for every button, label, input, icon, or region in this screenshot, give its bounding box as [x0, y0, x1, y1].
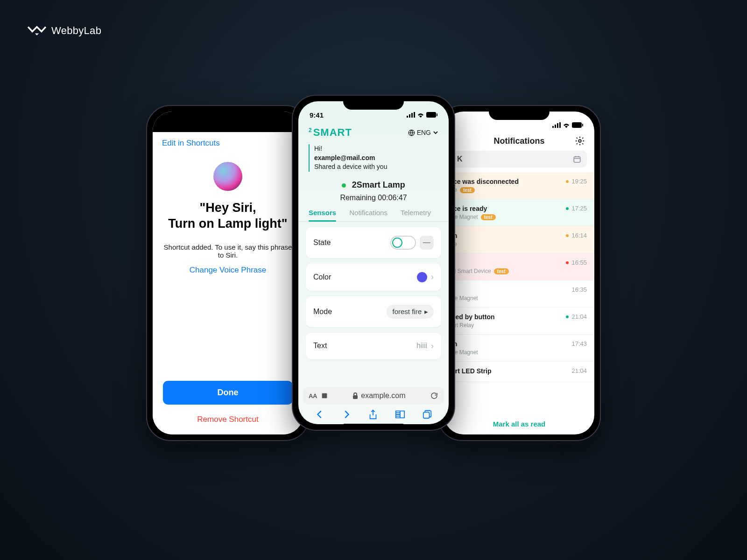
notch: [343, 96, 404, 110]
notification-subtitle: ge Magnet: [451, 295, 571, 301]
siri-subtitle: Shortcut added. To use it, say this phra…: [162, 243, 294, 259]
mark-all-read-button[interactable]: Mark all as read: [444, 413, 594, 434]
language-selector[interactable]: ENG: [408, 129, 438, 136]
app-brand: 2SMART: [309, 126, 352, 139]
card-text[interactable]: Text hiiii ›: [306, 333, 441, 359]
screen-app: 9:41 2SMART ENG Hi! example@mail.com: [298, 101, 449, 424]
siri-phrase-heading: "Hey Siri, Turn on Lamp light": [162, 200, 294, 232]
color-swatch-icon: [417, 272, 427, 282]
bookmarks-icon[interactable]: [395, 409, 406, 420]
svg-rect-10: [552, 126, 554, 128]
test-badge: test: [460, 187, 475, 193]
notification-subtitle: al Smart Devicetest: [451, 268, 566, 274]
notification-item[interactable]: mge Magnet17:43: [444, 335, 594, 362]
svg-rect-2: [411, 113, 413, 118]
text-size-button[interactable]: AA: [309, 392, 317, 399]
notification-title: r: [451, 259, 566, 266]
tabs-icon[interactable]: [422, 409, 432, 420]
status-dot-icon: [342, 183, 346, 188]
notification-title: m: [451, 340, 571, 348]
card-state: State —: [306, 227, 441, 258]
back-icon[interactable]: [315, 409, 325, 420]
phone-notifications: Notifications K ice was disconnectedilet…: [437, 105, 601, 441]
tab-sensors[interactable]: Sensors: [309, 209, 336, 221]
tab-notifications[interactable]: Notifications: [349, 209, 388, 221]
svg-rect-9: [423, 412, 429, 418]
globe-icon: [408, 129, 415, 136]
device-header: 2Smart Lamp: [298, 180, 449, 190]
notification-item[interactable]: art LED Strip21:04: [444, 362, 594, 382]
test-badge: test: [481, 214, 496, 220]
wifi-icon: [417, 112, 424, 118]
change-voice-phrase-link[interactable]: Change Voice Phrase: [162, 266, 294, 275]
forward-icon[interactable]: [341, 409, 352, 420]
state-toggle[interactable]: [390, 236, 416, 250]
puzzle-icon[interactable]: [321, 392, 328, 399]
triangle-right-icon: ▸: [424, 308, 428, 316]
reload-icon[interactable]: [430, 392, 438, 400]
notification-time: 17:43: [571, 340, 587, 347]
tabs: Sensors Notifications Telemetry: [298, 209, 449, 222]
notification-time: 21:04: [566, 313, 587, 320]
notification-item[interactable]: ice was disconnectediletest19:25: [444, 172, 594, 199]
card-mode[interactable]: Mode forest fire ▸: [306, 296, 441, 327]
state-reset-button[interactable]: —: [420, 236, 434, 250]
gear-icon[interactable]: [575, 136, 585, 146]
notification-subtitle: ge Magnettest: [451, 214, 566, 220]
notification-item[interactable]: ice is readyge Magnettest17:25: [444, 199, 594, 226]
notification-title: art LED Strip: [451, 367, 571, 375]
lock-icon: [352, 392, 358, 399]
address-bar[interactable]: AA example.com: [303, 387, 444, 405]
notification-subtitle: iletest: [451, 187, 566, 193]
notification-title: r: [451, 286, 571, 294]
edit-in-shortcuts-link[interactable]: Edit in Shortcuts: [162, 139, 294, 148]
notification-title: ned by button: [451, 313, 566, 321]
notification-time: 17:25: [566, 205, 587, 212]
notification-item[interactable]: mile16:14: [444, 226, 594, 253]
notification-subtitle: ile: [451, 241, 566, 247]
notification-time: 21:04: [571, 367, 587, 374]
svg-rect-5: [437, 113, 437, 116]
svg-rect-0: [407, 116, 408, 118]
notification-time: 16:35: [571, 286, 587, 293]
calendar-icon: [573, 155, 581, 163]
notification-title: m: [451, 232, 566, 239]
status-dot-icon: [566, 315, 569, 318]
notification-item[interactable]: rge Magnet16:35: [444, 280, 594, 308]
notification-time: 16:14: [566, 232, 587, 239]
date-filter-input[interactable]: K: [451, 151, 587, 168]
status-dot-icon: [566, 207, 569, 210]
initial-letter: K: [457, 155, 463, 163]
remove-shortcut-button[interactable]: Remove Shortcut: [162, 410, 294, 434]
brand-logo: WebbyLab: [27, 24, 101, 37]
svg-rect-8: [353, 395, 358, 399]
wifi-icon: [563, 122, 570, 128]
cellular-icon: [407, 112, 415, 118]
tab-telemetry[interactable]: Telemetry: [401, 209, 431, 221]
svg-rect-1: [409, 114, 410, 118]
mode-selector[interactable]: forest fire ▸: [387, 305, 434, 319]
screen-siri: Edit in Shortcuts "Hey Siri, Turn on Lam…: [153, 112, 303, 434]
svg-rect-12: [557, 123, 558, 128]
svg-rect-4: [426, 112, 436, 118]
done-button[interactable]: Done: [163, 381, 293, 405]
svg-rect-17: [574, 157, 580, 162]
screen-notifications: Notifications K ice was disconnectedilet…: [444, 112, 594, 434]
battery-icon: [572, 122, 583, 128]
svg-rect-14: [572, 122, 582, 128]
home-indicator: [343, 424, 404, 426]
notification-item[interactable]: ned by buttonart Relay21:04: [444, 308, 594, 335]
notification-subtitle: ge Magnet: [451, 349, 571, 356]
notification-item[interactable]: ral Smart Devicetest16:55: [444, 253, 594, 280]
test-badge: test: [494, 268, 509, 274]
status-dot-icon: [566, 261, 569, 264]
share-notice: Hi! example@mail.com Shared a device wit…: [309, 144, 438, 172]
svg-rect-7: [322, 393, 327, 399]
share-icon[interactable]: [368, 409, 378, 420]
device-name: 2Smart Lamp: [352, 180, 405, 189]
svg-rect-13: [559, 122, 561, 128]
card-color[interactable]: Color ›: [306, 264, 441, 291]
chevron-right-icon: ›: [431, 341, 434, 351]
svg-rect-11: [555, 125, 556, 128]
status-time: 9:41: [310, 111, 324, 119]
